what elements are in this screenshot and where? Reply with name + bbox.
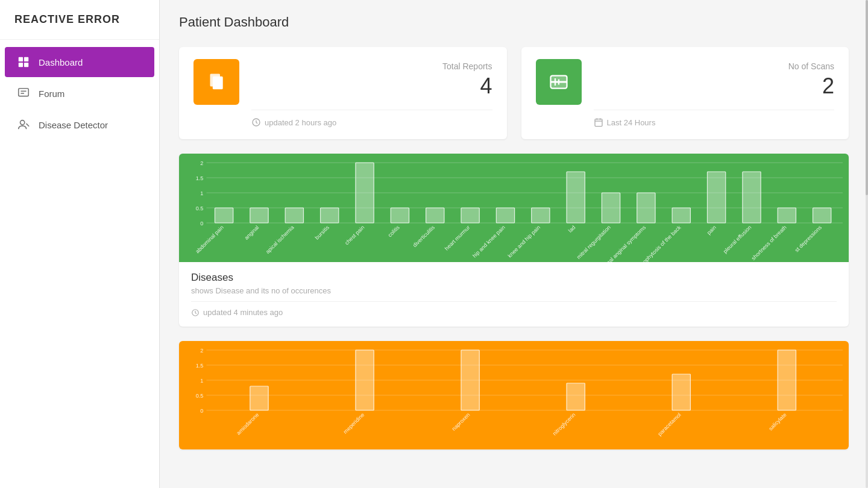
svg-rect-105 <box>672 374 690 410</box>
sidebar-item-dashboard[interactable]: Dashboard <box>5 47 154 77</box>
total-reports-label: Total Reports <box>442 61 492 71</box>
svg-rect-79 <box>813 208 831 223</box>
svg-rect-102 <box>567 383 585 410</box>
medications-chart-card: 00.511.52amiodaronemeperidinenaproxennit… <box>179 341 849 449</box>
total-reports-footer: updated 2 hours ago <box>251 110 492 127</box>
svg-rect-1 <box>24 57 28 61</box>
scans-label: No of Scans <box>788 61 834 71</box>
svg-text:amiodarone: amiodarone <box>235 411 260 436</box>
svg-text:knee and hip pain: knee and hip pain <box>506 224 541 258</box>
svg-text:1.5: 1.5 <box>196 175 204 181</box>
app-title: REACTIVE ERROR <box>0 0 159 40</box>
diseases-chart-area: 00.511.52abdominal painanginalapical isc… <box>179 154 849 262</box>
svg-rect-28 <box>215 208 233 223</box>
cards-row: Total Reports 4 updated 2 hours ago <box>179 47 849 139</box>
svg-text:nitroglycerin: nitroglycerin <box>552 411 577 436</box>
svg-rect-4 <box>19 89 29 96</box>
svg-rect-93 <box>250 386 268 410</box>
svg-rect-76 <box>778 208 796 223</box>
svg-text:apical ischemia: apical ischemia <box>265 224 296 255</box>
medications-chart-area: 00.511.52amiodaronemeperidinenaproxennit… <box>179 341 849 449</box>
forum-icon <box>17 87 30 100</box>
svg-rect-49 <box>461 208 479 223</box>
page-title: Patient Dashboard <box>179 14 849 30</box>
svg-rect-58 <box>567 172 585 223</box>
sidebar-item-disease-detector[interactable]: Disease Detector <box>5 110 154 140</box>
svg-rect-37 <box>321 208 339 223</box>
svg-rect-99 <box>461 350 479 410</box>
svg-text:shortness of breath: shortness of breath <box>750 224 788 261</box>
svg-text:meperidine: meperidine <box>342 411 366 434</box>
scrollbar-track[interactable] <box>866 0 868 488</box>
svg-rect-96 <box>356 350 374 410</box>
svg-text:2: 2 <box>200 160 203 166</box>
diseases-chart-updated: updated 4 minutes ago <box>191 301 837 317</box>
svg-rect-14 <box>595 119 602 127</box>
svg-point-7 <box>20 120 25 125</box>
svg-text:0.5: 0.5 <box>196 393 204 399</box>
main-content: Patient Dashboard Total Reports 4 <box>160 0 868 488</box>
svg-text:0: 0 <box>200 221 203 227</box>
svg-rect-64 <box>637 193 655 223</box>
svg-text:st depressions: st depressions <box>794 224 823 253</box>
sidebar-nav: Dashboard Forum Disease Dete <box>0 46 159 141</box>
total-reports-card: Total Reports 4 updated 2 hours ago <box>179 47 507 139</box>
sidebar-item-dashboard-label: Dashboard <box>39 57 83 67</box>
svg-text:2: 2 <box>200 348 203 354</box>
sidebar: REACTIVE ERROR Dashboard <box>0 0 160 488</box>
svg-rect-43 <box>391 208 409 223</box>
svg-text:paracetamol: paracetamol <box>656 411 682 437</box>
sidebar-item-disease-detector-label: Disease Detector <box>39 120 108 130</box>
svg-text:colitis: colitis <box>387 224 401 238</box>
calendar-icon <box>594 117 603 127</box>
scans-updated: Last 24 Hours <box>607 118 656 127</box>
scrollbar-thumb[interactable] <box>866 0 868 195</box>
svg-rect-34 <box>285 208 303 223</box>
svg-rect-3 <box>24 63 28 67</box>
svg-text:pain: pain <box>706 224 717 236</box>
svg-rect-2 <box>19 63 23 67</box>
svg-rect-31 <box>250 208 268 223</box>
svg-rect-70 <box>707 172 725 223</box>
diseases-updated-text: updated 4 minutes ago <box>203 308 283 317</box>
sidebar-item-forum-label: Forum <box>39 89 64 99</box>
svg-rect-46 <box>426 208 444 223</box>
diseases-chart-title: Diseases <box>191 272 837 284</box>
total-reports-info: Total Reports 4 <box>251 59 492 99</box>
svg-rect-52 <box>496 208 514 223</box>
svg-text:0: 0 <box>200 408 203 414</box>
diseases-chart-subtitle: shows Disease and its no of occurences <box>191 286 837 295</box>
svg-text:hip and knee pain: hip and knee pain <box>471 224 506 258</box>
svg-text:diverticulitis: diverticulitis <box>412 224 436 248</box>
svg-text:chest pain: chest pain <box>344 224 365 246</box>
diseases-chart-card: 00.511.52abdominal painanginalapical isc… <box>179 154 849 327</box>
svg-text:abdominal pain: abdominal pain <box>194 224 225 254</box>
svg-text:lad: lad <box>567 224 577 234</box>
svg-text:0.5: 0.5 <box>196 205 204 211</box>
total-reports-updated: updated 2 hours ago <box>265 118 336 127</box>
svg-text:mitral regurgitation: mitral regurgitation <box>576 224 612 260</box>
total-reports-value: 4 <box>480 74 492 99</box>
scans-value: 2 <box>822 74 834 99</box>
svg-rect-0 <box>19 57 23 61</box>
svg-text:bursitis: bursitis <box>314 224 331 241</box>
svg-text:pleural effusion: pleural effusion <box>722 224 753 254</box>
svg-rect-108 <box>778 350 796 410</box>
clock-icon <box>251 117 261 127</box>
svg-rect-73 <box>743 172 761 223</box>
total-reports-icon <box>193 59 239 105</box>
disease-detector-icon <box>17 118 30 131</box>
svg-rect-67 <box>672 208 690 223</box>
dashboard-icon <box>17 55 30 69</box>
sidebar-item-forum[interactable]: Forum <box>5 78 154 108</box>
svg-text:heart murmur: heart murmur <box>444 224 471 251</box>
scans-info: No of Scans 2 <box>594 59 835 99</box>
svg-text:salicylate: salicylate <box>767 411 788 431</box>
diseases-chart-footer: Diseases shows Disease and its no of occ… <box>179 262 849 327</box>
svg-rect-55 <box>532 208 550 223</box>
scans-footer: Last 24 Hours <box>594 110 835 127</box>
svg-line-8 <box>27 124 30 127</box>
clock-icon-2 <box>191 308 200 317</box>
svg-text:anginal: anginal <box>244 224 260 241</box>
svg-text:naproxen: naproxen <box>451 411 471 432</box>
